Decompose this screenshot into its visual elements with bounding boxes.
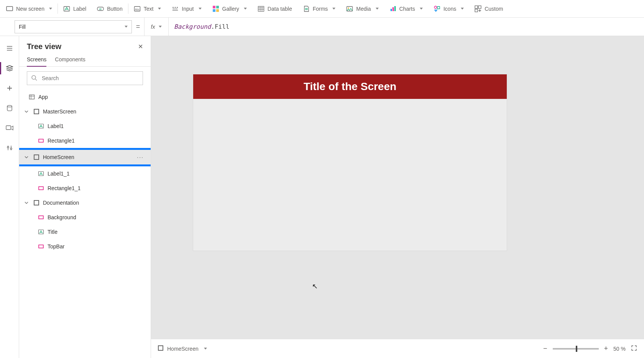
tree-node-background[interactable]: Background (19, 210, 151, 225)
tree-node-label: Rectangle1_1 (48, 185, 147, 191)
tab-components-label: Components (55, 56, 85, 62)
tree-node-label: Label1_1 (48, 171, 147, 177)
chevron-down-icon (461, 8, 464, 10)
charts-button[interactable]: Charts (384, 0, 428, 17)
text-button[interactable]: Abc Text (128, 0, 167, 17)
chevron-down-icon[interactable] (23, 201, 30, 205)
svg-rect-18 (394, 6, 396, 11)
more-options-button[interactable]: ··· (137, 154, 147, 160)
search-box[interactable] (27, 71, 143, 85)
icons-label: Icons (444, 6, 456, 12)
tree-node-label: Label1 (48, 123, 147, 129)
canvas[interactable]: Title of the Screen ↖ (151, 36, 644, 339)
app-preview-screen[interactable]: Title of the Screen (193, 74, 507, 251)
charts-icon (389, 5, 396, 12)
preview-topbar[interactable]: Title of the Screen (193, 74, 507, 99)
custom-icon (475, 5, 481, 12)
screen-icon (33, 199, 40, 206)
formula-input[interactable]: Background.Fill (169, 18, 644, 36)
svg-rect-32 (39, 187, 43, 190)
tree-view-button[interactable] (0, 58, 19, 78)
tree-node-label: App (38, 94, 147, 100)
gallery-button[interactable]: Gallery (207, 0, 252, 17)
chevron-down-icon (199, 8, 202, 10)
media-rail-button[interactable] (0, 118, 19, 138)
tree-node-homescreen-highlight: HomeScreen ··· (19, 148, 151, 166)
tree-node-label: TopBar (48, 243, 147, 250)
tree-node-rectangle1[interactable]: Rectangle1 (19, 133, 151, 148)
chevron-down-icon[interactable] (23, 110, 30, 113)
svg-text:ab: ab (99, 7, 102, 10)
app-icon (28, 94, 35, 100)
tree-node-homescreen[interactable]: HomeScreen ··· (19, 150, 151, 164)
rectangle-icon (38, 243, 44, 250)
svg-rect-13 (258, 6, 264, 11)
data-table-button[interactable]: Data table (252, 0, 297, 17)
tree-node-app[interactable]: App (19, 90, 151, 104)
tab-screens[interactable]: Screens (27, 53, 46, 66)
search-input[interactable] (41, 75, 139, 82)
rectangle-icon (38, 185, 44, 192)
advanced-tools-button[interactable] (0, 138, 19, 158)
forms-icon (303, 5, 310, 12)
fx-button[interactable]: fx (144, 18, 169, 36)
tree-node-masterscreen[interactable]: MasterScreen (19, 104, 151, 119)
forms-label: Forms (313, 6, 328, 12)
custom-button[interactable]: Custom (469, 0, 508, 17)
chevron-down-icon (49, 8, 52, 10)
label-button[interactable]: Label (58, 0, 92, 17)
zoom-slider[interactable] (553, 348, 599, 350)
tree-node-documentation[interactable]: Documentation (19, 195, 151, 210)
button-icon: ab (97, 5, 104, 12)
tree-node-label: MasterScreen (43, 108, 147, 115)
data-table-icon (258, 5, 264, 12)
insert-button[interactable] (0, 78, 19, 98)
forms-button[interactable]: Forms (297, 0, 341, 17)
label-label: Label (73, 6, 86, 12)
data-button[interactable] (0, 98, 19, 118)
zoom-out-button[interactable]: − (543, 345, 547, 353)
tree-view-panel: Tree view ✕ Screens Components App (19, 36, 151, 358)
status-screen-name: HomeScreen (167, 346, 199, 352)
svg-rect-28 (30, 95, 34, 99)
property-selector[interactable]: Fill (15, 20, 132, 33)
fit-screen-button[interactable] (631, 345, 637, 352)
hamburger-button[interactable] (0, 38, 19, 58)
preview-title: Title of the Screen (304, 80, 396, 93)
tree-node-rectangle1-1[interactable]: Rectangle1_1 (19, 181, 151, 195)
button-button[interactable]: ab Button (92, 0, 128, 17)
formula-token-dot: . (211, 23, 215, 30)
input-label: Input (182, 6, 194, 12)
tab-components[interactable]: Components (55, 53, 85, 66)
tree-node-label: Documentation (43, 200, 147, 206)
tree-node-label1[interactable]: Label1 (19, 119, 151, 133)
rectangle-icon (38, 137, 44, 144)
chevron-down-icon[interactable] (204, 348, 207, 350)
svg-rect-30 (39, 139, 43, 142)
svg-rect-17 (393, 7, 394, 11)
fx-label: fx (151, 24, 155, 30)
input-icon (172, 5, 179, 12)
svg-rect-24 (6, 126, 11, 130)
tab-screens-label: Screens (27, 56, 46, 62)
icons-button[interactable]: Icons (428, 0, 469, 17)
gallery-label: Gallery (222, 6, 239, 12)
svg-point-6 (173, 7, 174, 8)
tree-node-title[interactable]: Title (19, 225, 151, 239)
svg-rect-16 (391, 9, 392, 11)
input-button[interactable]: Input (166, 0, 207, 17)
tree-view-title: Tree view (27, 42, 61, 51)
chevron-down-icon[interactable] (23, 155, 30, 159)
tree-tabs: Screens Components (19, 53, 151, 67)
zoom-in-button[interactable]: + (604, 345, 608, 353)
tree-node-label1-1[interactable]: Label1_1 (19, 166, 151, 181)
media-button[interactable]: Media (341, 0, 384, 17)
data-table-label: Data table (268, 6, 292, 12)
close-panel-button[interactable]: ✕ (138, 43, 143, 50)
new-screen-button[interactable]: New screen (1, 0, 58, 17)
media-label: Media (356, 6, 371, 12)
button-label: Button (107, 6, 122, 12)
formula-token-prop: Fill (215, 23, 230, 30)
tree-node-label: HomeScreen (43, 154, 134, 160)
tree-node-topbar[interactable]: TopBar (19, 239, 151, 254)
